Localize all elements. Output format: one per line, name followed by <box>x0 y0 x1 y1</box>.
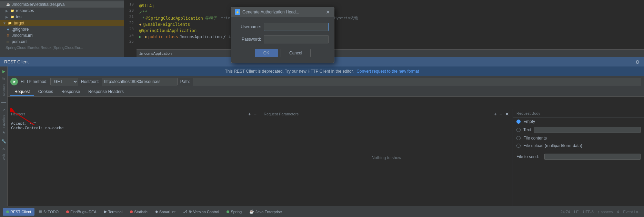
dialog-close-button[interactable]: ✕ <box>325 9 331 15</box>
favorites-sidebar-label[interactable]: Favorites <box>1 114 6 128</box>
run-sidebar-icon[interactable]: ▶ <box>0 68 7 75</box>
ok-button[interactable]: OK <box>255 49 278 57</box>
structure-sidebar-label[interactable]: Structure <box>1 83 6 97</box>
header-item-cache[interactable]: Cache-Control: no-cache <box>11 126 256 130</box>
tree-item-label: target <box>14 21 24 25</box>
convert-link[interactable]: Convert request to the new format <box>356 69 419 74</box>
rest-client-title: REST Client <box>4 59 29 64</box>
tab-response-headers[interactable]: Response Headers <box>84 88 128 96</box>
method-label: HTTP method: <box>21 79 48 84</box>
line-endings[interactable]: LE <box>574 210 578 214</box>
rb-file-contents-option[interactable]: File contents <box>513 134 644 142</box>
close-sidebar-icon[interactable]: ✕ <box>0 146 7 153</box>
request-params-header: Request Parameters + − ✕ <box>260 109 513 119</box>
resources-folder-icon: 📁 <box>10 8 14 13</box>
headers-panel-header: Headers + − <box>8 109 260 119</box>
cursor-position[interactable]: 24:74 <box>561 210 570 214</box>
request-params-panel: Request Parameters + − ✕ Nothing to show <box>260 109 513 206</box>
status-tab-version-control[interactable]: ⎇ 9: Version Control <box>180 208 222 216</box>
iml-icon: ⚙ <box>6 33 10 38</box>
rb-file-contents-label: File contents <box>523 136 547 141</box>
gitignore-icon: ◆ <box>6 27 10 32</box>
web-sidebar-label[interactable]: Web <box>1 153 6 161</box>
headers-remove-button[interactable]: − <box>254 111 256 117</box>
status-tab-todo[interactable]: ☰ 6: TODO <box>35 208 62 216</box>
rb-empty-option[interactable]: Empty <box>513 118 644 125</box>
headers-content: Accept: */* Cache-Control: no-cache <box>8 119 260 132</box>
status-tab-findbugs-label: FindBugs-IDEA <box>70 210 97 214</box>
indent-type[interactable]: ↕ spaces <box>598 210 613 214</box>
status-tab-sonarlint[interactable]: ◆ SonarLint <box>152 208 179 216</box>
file-to-send-input[interactable] <box>544 154 641 160</box>
spring-dot <box>227 210 229 213</box>
status-bar: REST Client ☰ 6: TODO FindBugs-IDEA ▶ Te… <box>0 206 644 217</box>
host-port-input[interactable] <box>102 78 178 85</box>
rb-file-upload-option[interactable]: File upload (multipart/form-data) <box>513 142 644 149</box>
folder-icon: ▶ <box>6 9 8 13</box>
deprecation-bar: This REST Client is deprecated. Try our … <box>0 66 644 76</box>
tree-item-iml[interactable]: ⚙ Jmccms.iml <box>0 32 124 39</box>
tree-item-label: test <box>16 14 22 19</box>
cancel-button[interactable]: Cancel <box>281 49 311 57</box>
tree-item-label: pom.xml <box>12 39 27 44</box>
status-tab-statistic-label: Statistic <box>134 210 148 214</box>
tree-item-label: JmccmsServletInitializer.java <box>12 2 64 7</box>
params-close-button[interactable]: ✕ <box>505 111 509 117</box>
folder-arrow-icon: ▼ <box>3 21 6 25</box>
tree-item-springcloud[interactable]: SpringCloud Eureka Redux [SpringCloudEur… <box>0 45 124 50</box>
rb-file-contents-radio[interactable] <box>516 136 521 140</box>
link-icon[interactable]: ↗ <box>0 107 7 114</box>
sync-sidebar-icon[interactable]: ↻ <box>0 75 7 82</box>
event-log[interactable]: Event Lo... <box>623 210 641 214</box>
tree-item-resources[interactable]: ▶ 📁 resources <box>0 8 124 14</box>
path-input[interactable] <box>193 78 641 85</box>
params-remove-button[interactable]: − <box>500 111 502 117</box>
tree-item-servletinitializer[interactable]: ☕ JmccmsServletInitializer.java <box>0 1 124 8</box>
star-icon[interactable]: ★ <box>0 129 7 136</box>
encoding[interactable]: UTF-8 <box>583 210 594 214</box>
status-tab-spring[interactable]: Spring <box>223 208 245 216</box>
rb-text-option[interactable]: Text <box>513 125 644 134</box>
status-tab-statistic[interactable]: Statistic <box>127 208 151 216</box>
tools-icon[interactable]: 🔧 <box>0 138 7 145</box>
indent-size[interactable]: 4 <box>617 210 619 214</box>
breadcrumb: JmccmsApplication <box>137 49 644 57</box>
params-add-button[interactable]: + <box>494 111 497 117</box>
tree-item-target[interactable]: ▼ 📁 target <box>0 20 124 26</box>
folder-icon: ▶ <box>6 15 8 19</box>
dialog-buttons: OK Cancel <box>237 49 329 57</box>
tree-item-more: SpringCloud Eureka Redux [SpringCloudEur… <box>6 45 83 50</box>
version-control-icon: ⎇ <box>183 209 188 214</box>
settings-gear-icon[interactable]: ⚙ <box>635 59 640 65</box>
rest-panels: Headers + − Accept: */* Cache-Control: n… <box>8 109 644 206</box>
tree-item-test[interactable]: ▶ 📁 test <box>0 14 124 20</box>
tab-request[interactable]: Request <box>10 88 34 96</box>
tree-item-pom[interactable]: m pom.xml <box>0 39 124 45</box>
rb-empty-radio[interactable] <box>516 120 521 124</box>
rb-text-input[interactable] <box>534 127 641 133</box>
execute-button[interactable] <box>10 78 18 85</box>
rest-toolbar: HTTP method: GET POST PUT DELETE Host/po… <box>8 76 644 87</box>
status-tab-findbugs[interactable]: FindBugs-IDEA <box>63 208 100 216</box>
tab-response[interactable]: Response <box>57 88 84 96</box>
rb-file-upload-radio[interactable] <box>516 144 521 148</box>
headers-label: Headers <box>11 112 26 116</box>
deprecation-text: This REST Client is deprecated. Try our … <box>225 69 354 74</box>
code-editor: 19 20 21 22 23 24 25 @Slf4j /** * @Sprin… <box>124 0 644 57</box>
request-body-header: Request Body <box>513 109 644 118</box>
username-input[interactable] <box>264 23 329 31</box>
header-item-accept[interactable]: Accept: */* <box>11 121 256 126</box>
password-input[interactable] <box>264 35 329 43</box>
request-body-label: Request Body <box>516 111 540 115</box>
tab-cookies[interactable]: Cookies <box>34 88 57 96</box>
rb-text-radio[interactable] <box>516 128 521 132</box>
http-method-select[interactable]: GET POST PUT DELETE <box>50 78 78 85</box>
status-tab-terminal[interactable]: ▶ Terminal <box>101 208 126 216</box>
tree-item-gitignore[interactable]: ◆ .gitignore <box>0 26 124 32</box>
headers-add-button[interactable]: + <box>248 111 251 117</box>
status-tab-rest-client[interactable]: REST Client <box>3 208 34 216</box>
dialog-title-text: Generate Authorization Head... <box>242 10 299 14</box>
status-tab-java-enterprise[interactable]: ☕ Java Enterprise <box>246 208 285 216</box>
history-icon[interactable]: ⟵ <box>0 99 7 106</box>
status-tab-terminal-label: Terminal <box>108 210 123 214</box>
